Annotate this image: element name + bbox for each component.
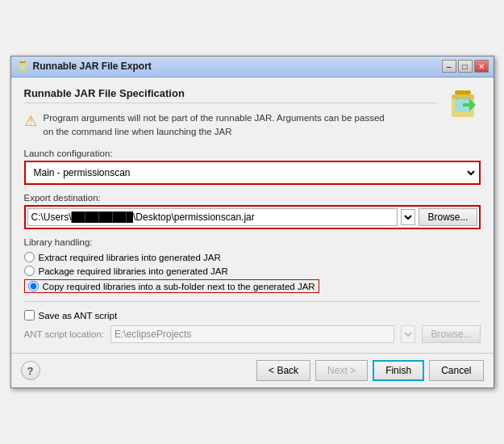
save-ant-label: Save as ANT script [39, 311, 118, 320]
ant-location-row: ANT script location: ▼ Browse... [24, 325, 481, 343]
dialog-window: Runnable JAR File Export – □ ✕ Runnable … [10, 56, 494, 389]
info-text: Program arguments will not be part of th… [44, 111, 385, 140]
radio-package: Package required libraries into generate… [24, 266, 481, 276]
minimize-button[interactable]: – [442, 60, 456, 73]
export-dest-outlined: ▼ Browse... [24, 205, 481, 229]
close-button[interactable]: ✕ [474, 60, 489, 73]
launch-config-select[interactable]: Main - permissionscan [27, 164, 477, 182]
window-title: Runnable JAR File Export [33, 61, 152, 72]
save-ant-row: Save as ANT script [24, 310, 481, 320]
svg-rect-6 [452, 94, 474, 99]
radio-copy-outlined: Copy required libraries into a sub-folde… [24, 279, 319, 293]
radio-package-input[interactable] [24, 266, 35, 276]
ant-browse-button: Browse... [422, 325, 480, 343]
radio-copy-input[interactable] [28, 281, 39, 291]
jar-icon [445, 87, 481, 123]
section-title: Runnable JAR File Specification [24, 87, 437, 103]
top-section: Runnable JAR File Specification ⚠ Progra… [24, 87, 481, 149]
info-box: ⚠ Program arguments will not be part of … [24, 111, 437, 140]
radio-extract-input[interactable] [24, 252, 35, 262]
title-buttons: – □ ✕ [442, 60, 489, 73]
next-button[interactable]: Next > [315, 360, 368, 381]
svg-rect-3 [455, 90, 471, 94]
dialog-content: Runnable JAR File Specification ⚠ Progra… [11, 77, 494, 354]
radio-extract: Extract required libraries into generate… [24, 252, 481, 262]
radio-package-label: Package required libraries into generate… [39, 266, 228, 276]
header-info: Runnable JAR File Specification ⚠ Progra… [24, 87, 437, 149]
launch-config-group: Launch configuration: Main - permissions… [24, 149, 481, 185]
button-bar: ? < Back Next > Finish Cancel [11, 353, 494, 387]
svg-rect-0 [19, 61, 26, 63]
export-dest-group: Export destination: ▼ Browse... [24, 193, 481, 229]
library-handling-label: Library handling: [24, 237, 481, 247]
ant-location-label: ANT script location: [24, 329, 105, 339]
help-button[interactable]: ? [21, 361, 40, 380]
export-browse-button[interactable]: Browse... [419, 208, 477, 226]
svg-rect-2 [20, 65, 25, 69]
ant-dropdown: ▼ [401, 325, 415, 343]
radio-copy: Copy required libraries into a sub-folde… [24, 279, 481, 293]
export-dest-input[interactable] [27, 208, 398, 226]
back-button[interactable]: < Back [256, 360, 310, 381]
launch-config-label: Launch configuration: [24, 149, 481, 158]
maximize-button[interactable]: □ [458, 60, 473, 73]
library-handling-group: Library handling: Extract required libra… [24, 237, 481, 293]
jar-title-icon [16, 60, 29, 73]
export-dest-dropdown[interactable]: ▼ [401, 209, 415, 225]
radio-extract-label: Extract required libraries into generate… [39, 253, 221, 262]
title-bar-left: Runnable JAR File Export [16, 60, 152, 73]
save-ant-checkbox[interactable] [24, 310, 35, 320]
radio-copy-label: Copy required libraries into a sub-folde… [43, 282, 315, 291]
cancel-button[interactable]: Cancel [429, 360, 483, 381]
finish-button[interactable]: Finish [373, 360, 424, 381]
launch-config-outlined: Main - permissionscan [24, 161, 481, 185]
warning-icon: ⚠ [24, 112, 37, 130]
separator [24, 301, 481, 302]
jar-illustration [445, 87, 481, 125]
ant-location-input [110, 325, 394, 343]
export-dest-label: Export destination: [24, 193, 481, 203]
title-bar: Runnable JAR File Export – □ ✕ [11, 57, 494, 77]
